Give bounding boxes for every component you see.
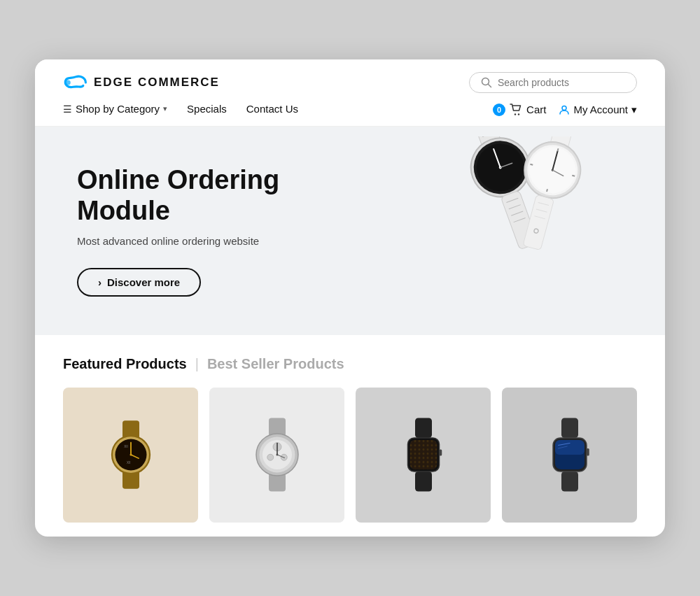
- svg-rect-66: [561, 471, 578, 492]
- nav-contact-us[interactable]: Contact Us: [246, 103, 298, 126]
- product-image-2: [209, 388, 344, 523]
- product-image-1: XII XII: [63, 388, 198, 523]
- svg-point-5: [562, 106, 566, 110]
- discover-chevron-icon: ›: [98, 276, 102, 288]
- product-image-3: [356, 388, 491, 523]
- products-grid: XII XII: [63, 388, 637, 523]
- featured-title: Featured Products: [63, 356, 187, 372]
- hero-watches-illustration: [371, 136, 665, 325]
- account-chevron-icon: ▾: [631, 104, 637, 116]
- brand-name: EDGE COMMERCE: [94, 76, 220, 90]
- svg-point-3: [514, 113, 516, 115]
- section-divider: |: [195, 356, 199, 372]
- account-label: My Account: [573, 104, 628, 115]
- nav-left: ☰ Shop by Category ▾ Specials Contact Us: [63, 103, 298, 126]
- svg-point-52: [267, 454, 273, 460]
- my-account-button[interactable]: My Account ▾: [559, 104, 637, 116]
- product-card-1[interactable]: XII XII: [63, 388, 198, 523]
- nav-specials-label: Specials: [187, 103, 227, 115]
- svg-line-30: [547, 189, 547, 192]
- section-heading: Featured Products | Best Seller Products: [63, 356, 637, 372]
- svg-rect-61: [410, 440, 437, 469]
- product-image-4: [502, 388, 637, 523]
- hero-section: Online Ordering Module Most advanced onl…: [35, 127, 665, 334]
- svg-line-28: [558, 148, 559, 151]
- svg-line-2: [489, 85, 491, 87]
- search-icon: [481, 77, 492, 88]
- cart-badge: 0: [493, 104, 505, 116]
- svg-text:XII: XII: [127, 461, 131, 464]
- cart-icon: [510, 104, 522, 116]
- product-card-2[interactable]: [209, 388, 344, 523]
- svg-rect-69: [555, 440, 584, 455]
- hero-title: Online Ordering Module: [77, 165, 371, 226]
- search-bar: [469, 72, 637, 93]
- featured-section: Featured Products | Best Seller Products: [35, 335, 665, 537]
- hero-content: Online Ordering Module Most advanced onl…: [77, 165, 371, 296]
- discover-more-button[interactable]: › Discover more: [77, 268, 201, 297]
- nav-shop-by-category[interactable]: ☰ Shop by Category ▾: [63, 103, 167, 126]
- nav-shop-label: Shop by Category: [76, 103, 160, 115]
- svg-rect-57: [415, 418, 432, 439]
- nav-contact-label: Contact Us: [246, 103, 298, 115]
- svg-point-0: [66, 80, 71, 85]
- logo[interactable]: EDGE COMMERCE: [63, 73, 220, 92]
- svg-rect-72: [587, 448, 589, 456]
- product-card-3[interactable]: [356, 388, 491, 523]
- svg-line-31: [530, 164, 533, 165]
- svg-point-4: [518, 113, 519, 115]
- logo-icon: [63, 73, 88, 92]
- product-card-4[interactable]: [502, 388, 637, 523]
- cart-label: Cart: [526, 104, 546, 115]
- svg-line-29: [572, 176, 575, 176]
- hamburger-icon: ☰: [63, 104, 72, 115]
- nav-right: 0 Cart My Account ▾: [493, 104, 637, 126]
- cart-button[interactable]: 0 Cart: [493, 104, 546, 116]
- nav-specials[interactable]: Specials: [187, 103, 227, 126]
- browser-window: EDGE COMMERCE ☰ Shop by Category ▾: [35, 59, 665, 536]
- bestseller-tab[interactable]: Best Seller Products: [207, 356, 344, 372]
- svg-text:XII: XII: [124, 445, 128, 448]
- search-input[interactable]: [498, 77, 625, 88]
- chevron-down-icon: ▾: [163, 104, 167, 113]
- account-icon: [559, 104, 570, 115]
- header: EDGE COMMERCE ☰ Shop by Category ▾: [35, 59, 665, 127]
- svg-rect-58: [415, 471, 432, 492]
- svg-rect-65: [561, 418, 578, 439]
- discover-label: Discover more: [107, 276, 180, 288]
- svg-rect-64: [439, 450, 442, 456]
- hero-subtitle: Most advanced online ordering website: [77, 235, 371, 247]
